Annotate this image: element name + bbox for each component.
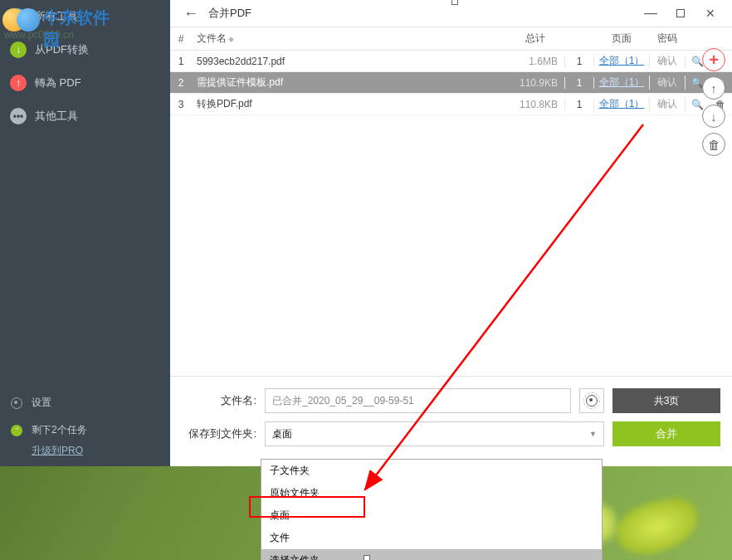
tasks-icon [11,425,22,436]
floating-toolbar: + ↑ ↓ 🗑 [702,48,725,156]
tasks-label: 剩下2个任务 [32,423,87,437]
col-pages-header: 页面 [594,32,649,46]
sidebar-item-label: 其他工具 [35,109,78,124]
sort-icon: ◆ [228,35,234,43]
pages-link[interactable]: 全部（1） [599,98,645,110]
back-button[interactable]: ← [177,5,205,22]
col-total-header: 总计 [506,32,564,46]
minimize-button[interactable]: — [636,2,666,25]
dropdown-menu: 子文件夹 原始文件夹 桌面 文件 选择文件夹... [261,459,603,560]
table-row[interactable]: 1 5993ecb2dd217.pdf 1.6MB 1 全部（1） 确认 🔍 🗑 [170,51,732,72]
filename-input[interactable] [265,388,571,413]
dropdown-item-file[interactable]: 文件 [261,527,602,549]
total-pages-button[interactable]: 共3页 [612,388,720,413]
pages-link[interactable]: 全部（1） [599,55,645,66]
logo-text: 牛东软件园 [43,7,116,51]
sidebar-item-topdf[interactable]: ↑ 轉為 PDF [0,66,170,100]
save-folder-dropdown[interactable]: 桌面 ▼ [265,421,604,446]
col-num-header[interactable]: # [170,33,192,45]
dots-icon: ••• [10,108,27,124]
app-window: 牛东软件园 www.pc0359.cn ⊞ 所有工具 ↓ 从PDF转换 ↑ 轉為… [0,0,732,466]
maximize-button[interactable] [666,2,695,25]
dropdown-item-desktop[interactable]: 桌面 [261,504,602,527]
page-title: 合并PDF [208,6,251,21]
tasks-button[interactable]: 剩下2个任务 [0,416,170,444]
gear-icon [586,395,598,407]
dropdown-item-original[interactable]: 原始文件夹 [261,482,602,504]
filename-settings-button[interactable] [579,388,604,413]
save-label: 保存到文件夹: [182,426,256,441]
col-name-header[interactable]: 文件名◆ [192,32,506,46]
file-table: # 文件名◆ 总计 页面 密码 1 5993ecb2dd217.pdf 1.6M… [170,27,732,115]
sidebar-item-label: 轉為 PDF [35,75,81,90]
pages-link[interactable]: 全部（1） [599,76,645,88]
table-row[interactable]: 3 转换PDF.pdf 110.8KB 1 全部（1） 确认 🔍 🗑 [170,94,732,115]
logo-overlay: 牛东软件园 [0,0,116,33]
sidebar: ⊞ 所有工具 ↓ 从PDF转换 ↑ 轉為 PDF ••• 其他工具 设置 [0,0,170,466]
col-pwd-header: 密码 [649,32,686,46]
move-down-button[interactable]: ↓ [702,105,725,128]
resize-handle-icon [451,0,458,5]
main-panel: ← 合并PDF — ✕ # 文件名◆ 总计 页面 密码 1 5993ecb2dd… [170,0,732,466]
merge-button[interactable]: 合并 [612,421,720,446]
table-header: # 文件名◆ 总计 页面 密码 [170,27,732,51]
trash-button[interactable]: 🗑 [702,133,725,156]
arrow-up-icon: ↑ [10,75,27,91]
settings-label: 设置 [32,396,51,410]
filename-label: 文件名: [182,393,256,408]
add-button[interactable]: + [702,48,725,71]
settings-button[interactable]: 设置 [0,389,170,416]
arrow-down-icon: ↓ [10,41,27,58]
chevron-down-icon: ▼ [589,430,597,438]
move-up-button[interactable]: ↑ [702,76,725,100]
dropdown-item-choose[interactable]: 选择文件夹... [261,549,602,560]
upgrade-link[interactable]: 升级到PRO [0,444,170,458]
close-button[interactable]: ✕ [695,2,725,25]
sidebar-item-other[interactable]: ••• 其他工具 [0,100,170,133]
resize-handle-icon [364,555,370,560]
table-row[interactable]: 2 需提供证件模板.pdf 110.9KB 1 全部（1） 确认 🔍 🗑 [170,72,732,94]
dropdown-item-subfolder[interactable]: 子文件夹 [261,460,602,482]
bottom-controls: 文件名: 共3页 保存到文件夹: 桌面 ▼ 合并 [170,376,732,466]
gear-icon [11,397,22,409]
